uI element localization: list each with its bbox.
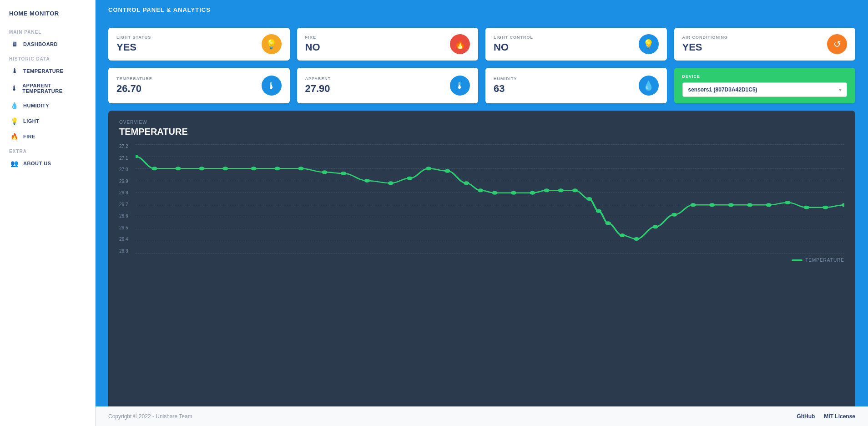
light-icon: 💡 xyxy=(10,117,19,125)
data-point xyxy=(222,167,228,170)
data-point xyxy=(492,191,497,195)
sidebar: HOME MONITOR MAIN PANEL🖥DASHBOARDHISTORI… xyxy=(0,0,96,426)
sidebar-item-apparent-temperature[interactable]: 🌡APPARENT TEMPERATURE xyxy=(0,79,95,98)
card-info-fire: FIRE NO xyxy=(305,35,320,53)
card-info-temperature: TEMPERATURE 26.70 xyxy=(116,76,152,95)
sidebar-item-label-about-us: ABOUT US xyxy=(23,161,51,166)
card-air-conditioning: AIR CONDITIONING YES ↺ xyxy=(674,28,856,61)
card-humidity: HUMIDITY 63 💧 xyxy=(485,68,667,103)
y-label-26.5: 26.5 xyxy=(119,226,128,230)
sidebar-item-about-us[interactable]: 👥ABOUT US xyxy=(0,156,95,171)
footer-links: GitHub MIT License xyxy=(797,413,855,420)
temperature-icon: 🌡 xyxy=(10,67,19,75)
chart-y-axis: 27.227.127.026.926.826.726.626.526.426.3 xyxy=(119,144,128,263)
data-point xyxy=(322,170,327,174)
card-icon-temperature: 🌡 xyxy=(262,76,282,96)
sidebar-item-label-light: LIGHT xyxy=(23,118,40,124)
legend-label-temperature: TEMPERATURE xyxy=(805,258,844,263)
data-point xyxy=(175,167,181,170)
data-point xyxy=(709,203,715,207)
y-label-26.8: 26.8 xyxy=(119,191,128,195)
y-label-27.1: 27.1 xyxy=(119,156,128,161)
data-point xyxy=(530,191,535,195)
data-point xyxy=(544,188,549,192)
chart-svg xyxy=(136,144,844,254)
data-point xyxy=(596,209,601,213)
data-point xyxy=(842,203,844,207)
card-label-light-status: LIGHT STATUS xyxy=(116,35,151,40)
apparent-temperature-icon: 🌡 xyxy=(10,85,18,92)
sidebar-item-dashboard[interactable]: 🖥DASHBOARD xyxy=(0,36,95,52)
data-point xyxy=(558,188,564,192)
data-point xyxy=(136,155,138,158)
card-value-fire: NO xyxy=(305,41,320,53)
footer: Copyright © 2022 - Unishare Team GitHub … xyxy=(96,406,868,426)
card-value-air-conditioning: YES xyxy=(682,41,728,53)
data-point xyxy=(464,181,469,185)
sidebar-section-historic-data: HISTORIC DATA xyxy=(0,52,95,63)
card-info-air-conditioning: AIR CONDITIONING YES xyxy=(682,35,728,53)
data-point xyxy=(605,221,611,225)
data-point xyxy=(364,179,370,183)
card-label-fire: FIRE xyxy=(305,35,320,40)
y-label-27.0: 27.0 xyxy=(119,167,128,172)
card-icon-apparent: 🌡 xyxy=(450,76,470,96)
data-point xyxy=(407,177,412,180)
device-card: DEVICE sensors1 (807D3A42D1C5) xyxy=(674,68,856,103)
y-label-27.2: 27.2 xyxy=(119,144,128,149)
card-value-humidity: 63 xyxy=(494,83,517,95)
data-point xyxy=(804,206,809,209)
footer-link-github[interactable]: GitHub xyxy=(797,413,815,420)
chart-legend: TEMPERATURE xyxy=(792,258,844,263)
data-point xyxy=(426,167,431,170)
chart-area: OVERVIEW TEMPERATURE 27.227.127.026.926.… xyxy=(108,111,855,406)
chart-container: 27.227.127.026.926.826.726.626.526.426.3… xyxy=(119,144,844,263)
data-point xyxy=(728,203,733,207)
sidebar-item-temperature[interactable]: 🌡TEMPERATURE xyxy=(0,63,95,79)
card-light-control: LIGHT CONTROL NO 💡 xyxy=(485,28,667,61)
sidebar-item-humidity[interactable]: 💧HUMIDITY xyxy=(0,98,95,113)
card-icon-humidity: 💧 xyxy=(639,76,659,96)
data-point xyxy=(690,203,696,207)
content-area: LIGHT STATUS YES 💡 FIRE NO 🔥 LIGHT CONTR… xyxy=(96,20,868,406)
data-point xyxy=(444,169,450,173)
card-light-status: LIGHT STATUS YES 💡 xyxy=(108,28,290,61)
data-point xyxy=(251,167,256,170)
card-value-temperature: 26.70 xyxy=(116,83,152,95)
main-content: CONTROL PANEL & ANALYTICS LIGHT STATUS Y… xyxy=(96,0,868,426)
sidebar-item-light[interactable]: 💡LIGHT xyxy=(0,113,95,129)
card-icon-light-control: 💡 xyxy=(639,34,659,54)
sidebar-item-fire[interactable]: 🔥FIRE xyxy=(0,129,95,144)
sidebar-item-label-apparent-temperature: APPARENT TEMPERATURE xyxy=(22,83,86,94)
data-point xyxy=(572,188,578,192)
chart-svg-wrapper xyxy=(136,144,844,254)
fire-icon: 🔥 xyxy=(10,133,19,140)
sidebar-item-label-temperature: TEMPERATURE xyxy=(23,68,63,74)
device-select-wrapper: sensors1 (807D3A42D1C5) xyxy=(682,82,848,97)
data-point xyxy=(586,197,592,201)
chart-title: TEMPERATURE xyxy=(119,127,844,137)
data-point xyxy=(298,167,303,170)
card-label-light-control: LIGHT CONTROL xyxy=(494,35,533,40)
sidebar-section-extra: EXTRA xyxy=(0,144,95,156)
card-value-light-status: YES xyxy=(116,41,151,53)
footer-link-mit[interactable]: MIT License xyxy=(824,413,855,420)
y-label-26.7: 26.7 xyxy=(119,203,128,207)
legend-color-temperature xyxy=(792,259,802,261)
card-value-apparent: 27.90 xyxy=(305,83,331,95)
card-fire: FIRE NO 🔥 xyxy=(297,28,479,61)
card-label-temperature: TEMPERATURE xyxy=(116,76,152,81)
card-info-humidity: HUMIDITY 63 xyxy=(494,76,517,95)
data-point xyxy=(199,167,204,170)
device-select[interactable]: sensors1 (807D3A42D1C5) xyxy=(682,82,848,97)
device-label: DEVICE xyxy=(682,74,848,79)
data-point xyxy=(388,181,394,185)
status-cards-row2: TEMPERATURE 26.70 🌡 APPARENT 27.90 🌡 HUM… xyxy=(108,68,855,103)
card-info-apparent: APPARENT 27.90 xyxy=(305,76,331,95)
data-point xyxy=(151,167,157,170)
humidity-icon: 💧 xyxy=(10,102,19,109)
card-apparent: APPARENT 27.90 🌡 xyxy=(297,68,479,103)
sidebar-item-label-fire: FIRE xyxy=(23,134,35,139)
data-point xyxy=(620,233,625,237)
about-us-icon: 👥 xyxy=(10,160,19,167)
